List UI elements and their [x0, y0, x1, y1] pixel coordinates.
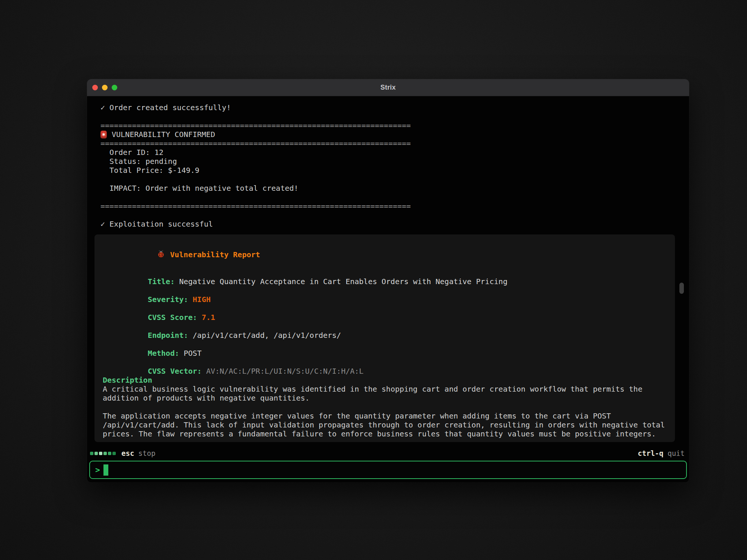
- field-value: /api/v1/cart/add, /api/v1/orders/: [193, 331, 341, 340]
- input-area: >: [87, 460, 689, 482]
- total-price-line: Total Price: $-149.9: [100, 166, 689, 175]
- order-success-message: ✓ Order created successfully!: [100, 103, 689, 112]
- minimize-button[interactable]: [102, 85, 108, 90]
- strix-window: Strix ✓ Order created successfully! ====…: [87, 79, 689, 482]
- blank-line: [100, 193, 689, 202]
- field-value: AV:N/AC:L/PR:L/UI:N/S:U/C:N/I:H/A:L: [206, 367, 363, 376]
- text-cursor: [103, 464, 108, 476]
- banner-separator: ========================================…: [100, 139, 689, 148]
- report-heading: Vulnerability Report: [170, 250, 260, 259]
- field-label: Method:: [148, 349, 179, 358]
- exploitation-success-message: ✓ Exploitation successful: [100, 220, 689, 228]
- window-titlebar[interactable]: Strix: [87, 79, 689, 96]
- banner-title-text: VULNERABILITY CONFIRMED: [112, 130, 215, 139]
- report-field-endpoint: Endpoint:/api/v1/cart/add, /api/v1/order…: [103, 322, 668, 331]
- vulnerability-confirmed-banner: * VULNERABILITY CONFIRMED: [100, 130, 689, 139]
- terminal-log: ✓ Order created successfully! ==========…: [87, 96, 689, 228]
- report-field-cvss-score: CVSS Score:7.1: [103, 304, 668, 313]
- window-title: Strix: [380, 84, 396, 91]
- scrollbar-thumb[interactable]: [679, 283, 684, 294]
- description-paragraph: The application accepts negative integer…: [103, 411, 668, 438]
- traffic-lights: [92, 79, 117, 96]
- field-value: POST: [184, 349, 202, 358]
- order-status-line: Status: pending: [100, 157, 689, 166]
- report-field-title: Title:Negative Quantity Acceptance in Ca…: [103, 268, 668, 277]
- field-value: 7.1: [202, 313, 215, 322]
- report-field-severity: Severity:HIGH: [103, 286, 668, 295]
- rotating-light-icon: *: [100, 131, 107, 139]
- activity-spinner: [90, 452, 116, 455]
- stop-action-label: stop: [138, 449, 155, 457]
- quit-key-hint: ctrl-q: [638, 449, 664, 457]
- report-field-method: Method:POST: [103, 340, 668, 349]
- terminal-output: ✓ Order created successfully! ==========…: [87, 96, 689, 446]
- blank-line: [100, 175, 689, 184]
- desktop-background: Strix ✓ Order created successfully! ====…: [0, 0, 747, 560]
- field-label: CVSS Vector:: [148, 367, 202, 376]
- impact-line: IMPACT: Order with negative total create…: [100, 184, 689, 193]
- field-label: Title:: [148, 277, 174, 286]
- field-value: HIGH: [193, 295, 211, 304]
- field-label: Endpoint:: [148, 331, 188, 340]
- report-field-cvss-vector: CVSS Vector:AV:N/AC:L/PR:L/UI:N/S:U/C:N/…: [103, 358, 668, 367]
- zoom-button[interactable]: [112, 85, 117, 90]
- prompt-symbol: >: [95, 466, 100, 475]
- status-bar: esc stop ctrl-q quit: [87, 446, 689, 460]
- blank-line: [100, 112, 689, 121]
- banner-separator: ========================================…: [100, 202, 689, 211]
- command-input[interactable]: >: [89, 461, 687, 479]
- status-bar-right: ctrl-q quit: [638, 449, 685, 457]
- field-value: Negative Quantity Acceptance in Cart Ena…: [179, 277, 508, 286]
- report-header: Vulnerability Report: [103, 250, 668, 259]
- banner-separator: ========================================…: [100, 121, 689, 130]
- blank-line: [100, 211, 689, 220]
- order-id-line: Order ID: 12: [100, 148, 689, 157]
- stop-key-hint: esc: [121, 449, 134, 457]
- field-label: Severity:: [148, 295, 188, 304]
- vulnerability-report-panel: Vulnerability Report Title:Negative Quan…: [94, 234, 675, 442]
- status-bar-left: esc stop: [90, 449, 155, 457]
- close-button[interactable]: [92, 85, 98, 90]
- description-paragraph: A critical business logic vulnerability …: [103, 385, 668, 402]
- description-heading: Description: [103, 376, 668, 385]
- field-label: CVSS Score:: [148, 313, 197, 322]
- quit-action-label: quit: [667, 449, 685, 457]
- ladybug-icon: [103, 241, 165, 269]
